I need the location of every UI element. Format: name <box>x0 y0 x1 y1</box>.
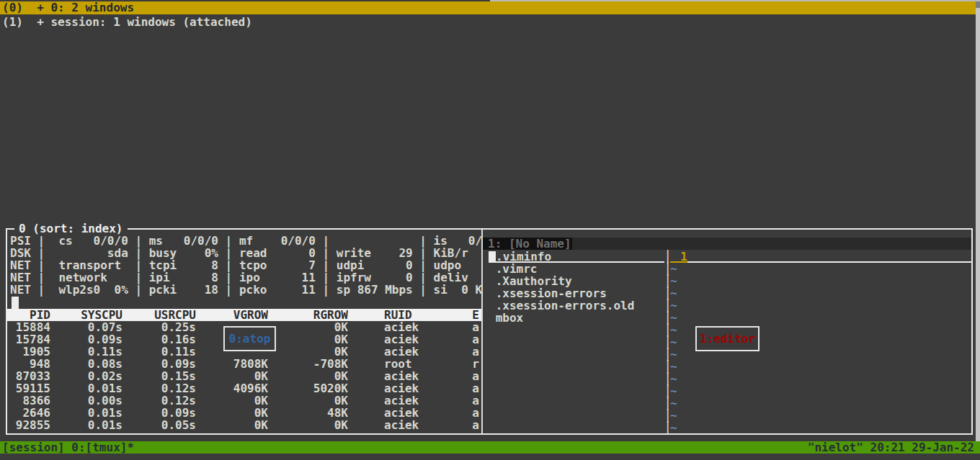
vim-file-item[interactable]: .xsession-errors <box>489 287 664 299</box>
spacer-cell <box>348 407 383 419</box>
vim-file-item[interactable]: .vimrc <box>489 263 664 275</box>
vim-tilde: ~ <box>670 373 971 385</box>
table-cell: 92855 <box>7 419 50 431</box>
table-header-cell: VGROW <box>196 309 268 321</box>
vim-file-item[interactable]: .viminfo <box>489 251 664 263</box>
table-cell: 2646 <box>7 407 50 419</box>
process-table-row: 928550.01s0.05s0K0Kacieka <box>7 419 481 431</box>
spacer-cell <box>348 370 383 382</box>
cursorline-underline <box>687 251 971 263</box>
table-cell: 1905 <box>7 346 50 358</box>
vim-file-item[interactable]: .xsession-errors.old <box>489 299 664 312</box>
table-cell: 0.00s <box>50 394 122 407</box>
table-header-cell: SYSCPU <box>50 309 122 321</box>
vim-tilde: ~ <box>670 422 971 433</box>
process-table-header: PIDSYSCPUUSRCPUVGROWRGROWRUIDE <box>7 309 481 321</box>
process-table-row: 83660.00s0.12s0K0Kacieka <box>7 394 481 407</box>
table-header-cell: PID <box>7 309 50 321</box>
table-cell: 948 <box>7 358 50 370</box>
table-cell: aciek <box>383 333 450 346</box>
spacer-cell <box>348 358 383 370</box>
table-cell: 0.09s <box>122 358 196 370</box>
table-cell: 5020K <box>268 382 348 394</box>
table-cell: a <box>450 346 479 358</box>
vim-tabline: 1: [No Name] <box>483 238 971 250</box>
session-list-item-1[interactable]: (1) + session: 1 windows (attached) <box>0 16 976 28</box>
table-cell: a <box>450 407 479 419</box>
atop-info-rows: PSI | cs 0/0/0 | ms 0/0/0 | mf 0/0/0 | |… <box>10 235 481 296</box>
status-session-window[interactable]: [session] 0:[tmux]* <box>0 441 134 454</box>
table-cell: r <box>450 358 479 370</box>
table-cell: 0.07s <box>50 321 122 333</box>
table-cell: 0K <box>196 370 268 382</box>
table-cell: 0.01s <box>50 407 122 419</box>
status-host-clock: "nielot" 20:21 29-Jan-22 <box>808 441 980 454</box>
table-cell: a <box>450 321 479 333</box>
table-cell: a <box>450 382 479 394</box>
table-cell: 0.01s <box>50 382 122 394</box>
table-cell: 0K <box>196 419 268 431</box>
spacer-cell <box>348 394 383 407</box>
table-cell: 0K <box>268 333 348 346</box>
vim-buffer-line-1: 1 <box>670 251 971 263</box>
table-cell: 0.16s <box>122 333 196 346</box>
vim-tab-current[interactable]: 1: [No Name] <box>483 238 572 250</box>
vim-tilde: ~ <box>670 385 971 397</box>
table-cell: -708K <box>268 358 348 370</box>
table-cell: 48K <box>268 407 348 419</box>
table-cell: 0K <box>268 419 348 431</box>
table-cell: 0.12s <box>122 394 196 407</box>
vim-file-item[interactable]: .Xauthority <box>489 275 664 287</box>
table-cell: 0.15s <box>122 370 196 382</box>
table-cell: 59115 <box>7 382 50 394</box>
table-cell: 0K <box>268 321 348 333</box>
pane-select-overlay-atop[interactable]: 0:atop <box>223 326 276 351</box>
vim-tilde: ~ <box>670 361 971 373</box>
table-cell: a <box>450 394 479 407</box>
vim-tilde: ~ <box>670 263 971 275</box>
table-cell: aciek <box>383 321 450 333</box>
table-cell: 0.09s <box>122 407 196 419</box>
table-cell: a <box>450 370 479 382</box>
session-list-item-0[interactable]: (0) + 0: 2 windows <box>0 1 976 14</box>
vim-tilde: ~ <box>670 287 971 299</box>
table-cell: 87033 <box>7 370 50 382</box>
table-cell: aciek <box>383 382 450 394</box>
pane-select-overlay-editor[interactable]: 1:editor <box>695 326 760 351</box>
scrollbar-button[interactable] <box>976 1 980 8</box>
process-table-row: 591150.01s0.12s4096K5020Kacieka <box>7 382 481 394</box>
table-cell: a <box>450 419 479 431</box>
table-cell: 0K <box>268 394 348 407</box>
vim-tilde: ~ <box>670 397 971 410</box>
vim-tilde: ~ <box>670 410 971 422</box>
table-cell: 7808K <box>196 358 268 370</box>
process-table-row: 9480.08s0.09s7808K-708Krootr <box>7 358 481 370</box>
vim-file-item[interactable]: mbox <box>489 312 664 324</box>
table-header-cell: E <box>450 309 479 321</box>
table-cell: root <box>383 358 450 370</box>
table-cell: aciek <box>383 370 450 382</box>
vim-tilde: ~ <box>670 312 971 324</box>
table-cell: 0K <box>196 407 268 419</box>
table-cell: aciek <box>383 394 450 407</box>
process-table-row: 870330.02s0.15s0K0Kacieka <box>7 370 481 382</box>
table-cell: 0K <box>196 394 268 407</box>
table-header-cell: USRCPU <box>122 309 196 321</box>
table-cell: 0.25s <box>122 321 196 333</box>
table-header-cell: RUID <box>383 309 450 321</box>
table-cell: aciek <box>383 419 450 431</box>
spacer-cell <box>348 419 383 431</box>
table-cell: aciek <box>383 346 450 358</box>
table-cell: 15784 <box>7 333 50 346</box>
table-cell: 0.01s <box>50 419 122 431</box>
table-cell: 0.08s <box>50 358 122 370</box>
terminal-screen: (0) + 0: 2 windows (1) + session: 1 wind… <box>0 0 980 460</box>
spacer-cell <box>348 333 383 346</box>
vim-cursor <box>489 251 496 262</box>
terminal-cursor <box>12 297 19 309</box>
vim-file-list-window: .viminfo .vimrc .Xauthority .xsession-er… <box>489 251 664 324</box>
table-cell: a <box>450 333 479 346</box>
scrollbar[interactable] <box>976 1 980 441</box>
process-table-row: 26460.01s0.09s0K48Kacieka <box>7 407 481 419</box>
table-cell: 0K <box>268 346 348 358</box>
